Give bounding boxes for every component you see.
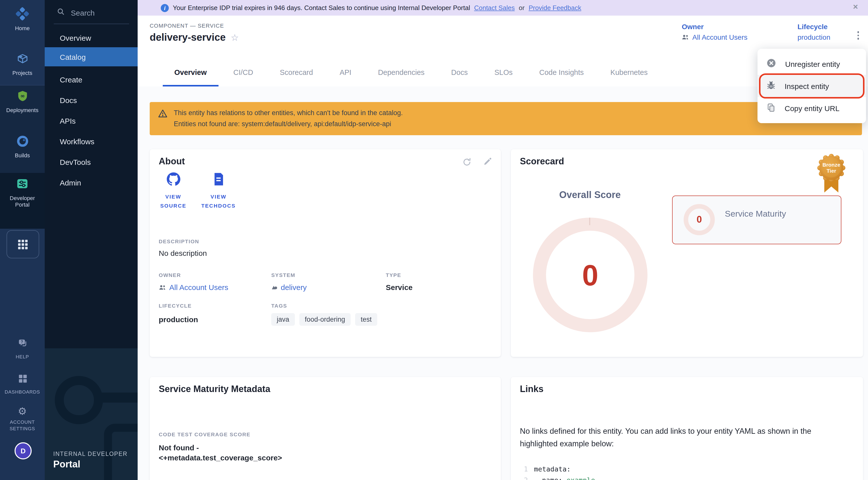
sidebar-item-docs[interactable]: Docs [45,90,137,110]
trial-banner: i Your Enterprise IDP trial expires in 9… [137,0,868,16]
module-rail: Home Projects ∞ Deployments [0,0,45,480]
dashboards-grid-icon [17,373,28,386]
owner-field-link[interactable]: All Account Users [159,283,228,292]
system-field-link[interactable]: delivery [271,283,307,292]
tab-slos[interactable]: SLOs [493,58,514,86]
help-chat-icon: ? [17,338,28,351]
sidebar-footer: INTERNAL DEVELOPER Portal [45,348,137,480]
service-maturity-scorecard[interactable]: 0 Service Maturity [672,196,841,244]
sidebar-item-admin[interactable]: Admin [45,173,137,192]
yaml-example-code: 1metadata: 2name: example [519,463,595,480]
entity-kicker: COMPONENT — SERVICE [150,23,224,29]
rail-label: Builds [15,152,30,159]
github-icon [166,172,180,188]
type-field-label: TYPE [386,272,401,278]
tab-dependencies[interactable]: Dependencies [376,58,426,86]
people-icon [682,34,689,40]
description-value: No description [159,249,207,257]
brand-title: Portal [53,459,81,470]
tag-chip[interactable]: java [271,313,295,326]
rail-item-builds[interactable]: Builds [0,135,45,159]
app-viewport: Home Projects ∞ Deployments [0,0,868,480]
rail-item-developer-portal[interactable]: Developer Portal [0,177,45,208]
scorecard-title: Scorecard [520,156,564,167]
rail-item-home[interactable]: Home [0,7,45,32]
overall-score-value: 0 [546,231,634,319]
svg-text:?: ? [20,340,23,344]
menu-item-unregister-entity[interactable]: Unregister entity [757,53,866,75]
tab-overview[interactable]: Overview [173,58,208,86]
gear-icon: ⚙ [18,406,27,416]
owner-label: Owner [682,23,747,31]
overall-score-donut: 0 [533,218,648,332]
rail-label: DASHBOARDS [4,389,40,395]
kebab-menu-icon[interactable] [857,30,859,41]
sidebar-item-workflows[interactable]: Workflows [45,132,137,151]
info-icon: i [161,4,169,12]
lifecycle-field-value: production [159,315,198,324]
search-icon [57,7,65,18]
projects-cube-icon [16,52,29,67]
developer-portal-icon [16,177,29,192]
sidebar-item-devtools[interactable]: DevTools [45,152,137,171]
lifecycle-label: Lifecycle [798,23,830,31]
tag-chip[interactable]: test [355,313,377,326]
tag-chip[interactable]: food-ordering [299,313,351,326]
sidebar-item-apis[interactable]: APIs [45,111,137,130]
tags-field-label: TAGS [271,303,287,309]
people-icon [159,284,166,290]
tab-docs[interactable]: Docs [450,58,469,86]
rail-label: Home [15,25,30,32]
favorite-star-icon[interactable]: ☆ [230,32,239,43]
search-input[interactable]: Search [45,5,137,20]
maturity-metadata-card: Service Maturity Metadata CODE TEST COVE… [150,377,501,480]
module-switcher-button[interactable] [6,230,39,258]
sidebar-item-create[interactable]: Create [45,70,137,89]
view-source-label: VIEW SOURCE [154,192,193,210]
system-icon [271,284,278,291]
tab-cicd[interactable]: CI/CD [232,58,255,86]
circuit-decoration [55,376,103,424]
about-card: About VIEW SOURCE [150,149,501,357]
provide-feedback-link[interactable]: Provide Feedback [529,4,582,11]
rail-item-account-settings[interactable]: ⚙ ACCOUNT SETTINGS [0,406,45,432]
bronze-tier-badge: Bronze Tier [816,152,849,197]
tab-code-insights[interactable]: Code Insights [538,58,585,86]
lifecycle-field-label: LIFECYCLE [159,303,192,309]
search-divider [54,24,129,24]
warning-triangle-icon [158,109,168,130]
view-techdocs-button[interactable]: VIEW TECHDOCS [199,172,238,210]
maturity-metadata-title: Service Maturity Metadata [159,384,270,395]
rail-item-projects[interactable]: Projects [0,52,45,77]
owner-link[interactable]: All Account Users [682,33,747,41]
rail-item-deployments[interactable]: ∞ Deployments [0,89,45,114]
relations-warning-banner: This entity has relations to other entit… [150,102,862,135]
about-title: About [159,156,185,167]
brand-kicker: INTERNAL DEVELOPER [53,451,128,457]
links-title: Links [520,384,544,395]
tab-kubernetes[interactable]: Kubernetes [609,58,649,86]
tab-scorecard[interactable]: Scorecard [278,58,314,86]
sidebar-item-catalog[interactable]: Catalog [45,47,137,66]
rail-label: Projects [12,70,32,77]
view-source-button[interactable]: VIEW SOURCE [154,172,193,210]
refresh-icon[interactable] [462,157,472,169]
rail-item-help[interactable]: ? HELP [0,338,45,360]
edit-pencil-icon[interactable] [483,157,492,169]
sidebar-item-overview[interactable]: Overview [45,28,137,47]
bug-icon [766,80,776,92]
contact-sales-link[interactable]: Contact Sales [474,4,515,11]
tab-api[interactable]: API [338,58,353,86]
menu-item-inspect-entity[interactable]: Inspect entity [757,75,866,97]
svg-text:∞: ∞ [20,93,25,99]
close-icon[interactable]: × [853,2,858,12]
view-techdocs-label: VIEW TECHDOCS [199,192,238,210]
user-avatar[interactable]: D [14,442,32,459]
builds-icon [16,135,29,150]
copy-icon [766,102,776,114]
rail-item-dashboards[interactable]: DASHBOARDS [0,373,45,395]
coverage-score-label: CODE TEST COVERAGE SCORE [159,431,250,437]
menu-item-copy-entity-url[interactable]: Copy entity URL [757,97,866,119]
links-empty-text: No links defined for this entity. You ca… [520,425,845,450]
links-card: Links No links defined for this entity. … [511,377,863,480]
